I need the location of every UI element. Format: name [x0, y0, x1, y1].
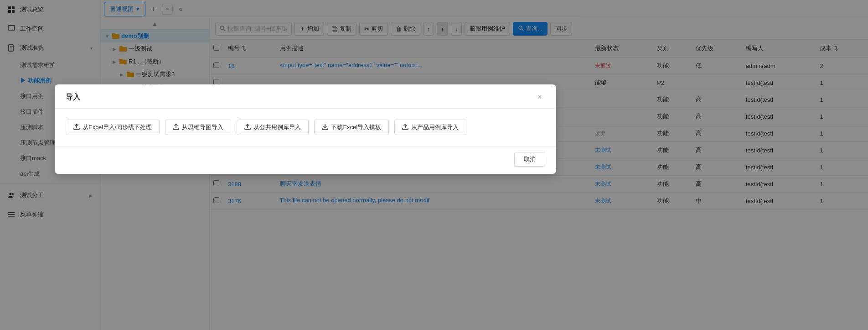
public-import-button[interactable]: 从公共用例库导入 — [237, 120, 309, 135]
upload-icon — [244, 124, 251, 131]
modal-close-button[interactable]: × — [534, 92, 545, 103]
modal-body: 从Excel导入/同步线下处理 从思维导图导入 从公共用例库导入 下载Excel… — [55, 109, 556, 146]
upload-icon — [173, 124, 179, 131]
modal-overlay: 导入 × 从Excel导入/同步线下处理 从思维导图导入 — [0, 0, 868, 330]
cancel-button[interactable]: 取消 — [514, 152, 545, 167]
modal-footer: 取消 — [55, 146, 556, 174]
upload-icon — [73, 124, 80, 131]
modal-title: 导入 — [66, 93, 80, 102]
upload-icon — [402, 124, 408, 131]
mindmap-import-button[interactable]: 从思维导图导入 — [165, 120, 231, 135]
download-icon — [322, 124, 328, 131]
product-import-button[interactable]: 从产品用例库导入 — [394, 120, 466, 135]
modal-header: 导入 × — [55, 84, 556, 109]
download-template-button[interactable]: 下载Excel导入摸板 — [314, 120, 389, 135]
import-modal: 导入 × 从Excel导入/同步线下处理 从思维导图导入 — [55, 84, 556, 174]
excel-import-button[interactable]: 从Excel导入/同步线下处理 — [66, 120, 160, 135]
